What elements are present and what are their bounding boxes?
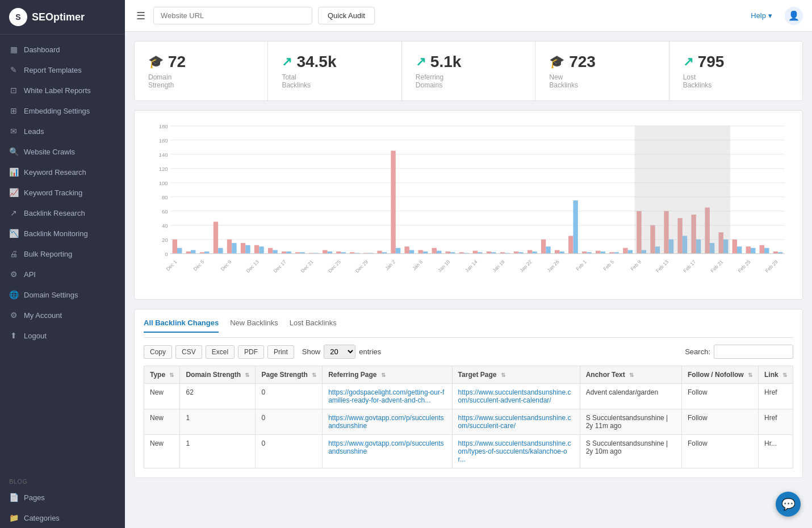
sidebar-item-report-templates[interactable]: ✎Report Templates	[0, 60, 125, 80]
target-page-cell[interactable]: https://www.succulentsandsunshine.com/su…	[452, 384, 580, 409]
sidebar-logo[interactable]: S SEOptimer	[0, 0, 125, 35]
sidebar-item-categories[interactable]: 📁Categories	[0, 508, 125, 528]
table-row: New10https://www.govtapp.com/p/succulent…	[144, 409, 793, 435]
stat-card-new-backlinks: 🎓 723 NewBacklinks	[535, 41, 669, 100]
page-strength-cell: 0	[256, 409, 323, 435]
referring-page-cell[interactable]: https://www.govtapp.com/p/succulentsands…	[323, 435, 452, 468]
sidebar-item-backlink-research[interactable]: ↗Backlink Research	[0, 203, 125, 223]
report-templates-icon: ✎	[9, 65, 18, 74]
sidebar-item-keyword-research[interactable]: 📊Keyword Research	[0, 162, 125, 182]
svg-rect-20	[173, 240, 177, 254]
backlink-research-icon: ↗	[9, 208, 18, 217]
stat-icon-total-backlinks: ↗	[282, 55, 292, 69]
print-button[interactable]: Print	[267, 345, 294, 359]
tab-all-backlink-changes[interactable]: All Backlink Changes	[144, 319, 219, 333]
th-link[interactable]: Link ⇅	[758, 366, 793, 384]
svg-rect-59	[437, 251, 441, 254]
sidebar: S SEOptimer ▦Dashboard✎Report Templates⊡…	[0, 0, 125, 528]
sidebar-item-white-label-reports[interactable]: ⊡White Label Reports	[0, 80, 125, 100]
sidebar-item-logout[interactable]: ⬆Logout	[0, 325, 125, 346]
sidebar-label-bulk-reporting: Bulk Reporting	[24, 250, 72, 258]
link-anchor[interactable]: https://www.succulentsandsunshine.com/ty…	[458, 439, 571, 463]
chat-bubble[interactable]: 💬	[776, 492, 801, 517]
follow-cell: Follow	[681, 409, 758, 435]
referring-page-cell[interactable]: https://www.govtapp.com/p/succulentsands…	[323, 409, 452, 435]
quick-audit-button[interactable]: Quick Audit	[318, 7, 375, 24]
sidebar-label-domain-settings: Domain Settings	[24, 291, 78, 299]
target-page-cell[interactable]: https://www.succulentsandsunshine.com/su…	[452, 409, 580, 435]
th-target-page[interactable]: Target Page ⇅	[452, 366, 580, 384]
sidebar-item-domain-settings[interactable]: 🌐Domain Settings	[0, 284, 125, 305]
sort-icon-link: ⇅	[782, 372, 787, 378]
svg-rect-78	[568, 236, 573, 253]
sidebar-blog: 📄Pages📁Categories	[0, 487, 125, 528]
sidebar-item-website-crawls[interactable]: 🔍Website Crawls	[0, 141, 125, 162]
svg-text:Dec 9: Dec 9	[220, 259, 233, 272]
search-input[interactable]	[714, 345, 793, 359]
svg-rect-42	[323, 250, 327, 253]
url-input[interactable]	[153, 7, 312, 24]
keyword-research-icon: 📊	[9, 167, 18, 177]
sidebar-item-keyword-tracking[interactable]: 📈Keyword Tracking	[0, 182, 125, 203]
sidebar-item-my-account[interactable]: ⚙My Account	[0, 305, 125, 325]
sidebar-nav: ▦Dashboard✎Report Templates⊡White Label …	[0, 35, 125, 472]
sidebar-label-embedding-settings: Embedding Settings	[24, 107, 90, 115]
svg-rect-43	[328, 252, 332, 254]
th-domain-strength[interactable]: Domain Strength ⇅	[180, 366, 256, 384]
sidebar-label-dashboard: Dashboard	[24, 45, 60, 54]
copy-button[interactable]: Copy	[144, 345, 172, 359]
link-anchor[interactable]: https://www.succulentsandsunshine.com/su…	[458, 414, 571, 430]
th-anchor-text[interactable]: Anchor Text ⇅	[580, 366, 681, 384]
stat-icon-new-backlinks: 🎓	[549, 55, 564, 69]
svg-rect-66	[487, 252, 491, 254]
svg-rect-133	[635, 126, 730, 254]
pdf-button[interactable]: PDF	[238, 345, 264, 359]
user-icon[interactable]: 👤	[785, 7, 803, 25]
main-area: ☰ Quick Audit Help ▾ 👤 🎓 72 DomainStreng…	[125, 0, 812, 528]
link-anchor[interactable]: https://www.succulentsandsunshine.com/su…	[458, 388, 571, 404]
th-type[interactable]: Type ⇅	[144, 366, 180, 384]
svg-rect-34	[268, 248, 273, 254]
svg-text:Feb 25: Feb 25	[737, 259, 752, 274]
svg-rect-72	[528, 250, 532, 253]
stat-icon-referring-domains: ↗	[416, 55, 426, 69]
sidebar-label-keyword-tracking: Keyword Tracking	[24, 188, 82, 197]
sidebar-item-api[interactable]: ⚙API	[0, 264, 125, 284]
entries-select[interactable]: 2050100	[324, 345, 355, 359]
th-page-strength[interactable]: Page Strength ⇅	[256, 366, 323, 384]
th-referring-page[interactable]: Referring Page ⇅	[323, 366, 452, 384]
svg-text:100: 100	[159, 180, 168, 186]
dashboard-icon: ▦	[9, 45, 18, 54]
sidebar-item-dashboard[interactable]: ▦Dashboard	[0, 39, 125, 60]
target-page-cell[interactable]: https://www.succulentsandsunshine.com/ty…	[452, 435, 580, 468]
sidebar-item-embedding-settings[interactable]: ⊞Embedding Settings	[0, 100, 125, 121]
sidebar-item-backlink-monitoring[interactable]: 📉Backlink Monitoring	[0, 223, 125, 244]
stat-card-total-backlinks: ↗ 34.5k TotalBacklinks	[268, 41, 401, 100]
tab-lost-backlinks[interactable]: Lost Backlinks	[290, 319, 337, 333]
entries-label: entries	[359, 347, 381, 356]
stat-value-referring-domains: ↗ 5.1k	[416, 53, 521, 71]
pages-icon: 📄	[9, 493, 18, 502]
svg-rect-87	[628, 250, 633, 253]
link-anchor[interactable]: https://godspacelight.com/getting-our-fa…	[328, 388, 444, 404]
chart-wrap: 020406080100120140160180Dec 1Dec 5Dec 9D…	[144, 120, 793, 290]
tab-new-backlinks[interactable]: New Backlinks	[230, 319, 278, 333]
th-follow-nofollow[interactable]: Follow / Nofollow ⇅	[681, 366, 758, 384]
sidebar-item-bulk-reporting[interactable]: 🖨Bulk Reporting	[0, 244, 125, 264]
stat-value-lost-backlinks: ↗ 795	[683, 53, 789, 71]
svg-text:Jan 22: Jan 22	[518, 259, 533, 273]
hamburger-menu[interactable]: ☰	[134, 7, 148, 24]
backlinks-table: Type ⇅Domain Strength ⇅Page Strength ⇅Re…	[144, 366, 793, 468]
stat-icon-domain-strength: 🎓	[148, 55, 164, 69]
svg-text:Jan 6: Jan 6	[411, 259, 424, 271]
link-anchor[interactable]: https://www.govtapp.com/p/succulentsands…	[328, 439, 443, 455]
link-anchor[interactable]: https://www.govtapp.com/p/succulentsands…	[328, 414, 443, 430]
stat-label-referring-domains: ReferringDomains	[416, 73, 521, 89]
csv-button[interactable]: CSV	[175, 345, 202, 359]
sidebar-item-pages[interactable]: 📄Pages	[0, 487, 125, 508]
sidebar-item-leads[interactable]: ✉Leads	[0, 121, 125, 141]
help-link[interactable]: Help ▾	[751, 11, 772, 20]
excel-button[interactable]: Excel	[206, 345, 235, 359]
referring-page-cell[interactable]: https://godspacelight.com/getting-our-fa…	[323, 384, 452, 409]
svg-text:60: 60	[162, 208, 168, 215]
